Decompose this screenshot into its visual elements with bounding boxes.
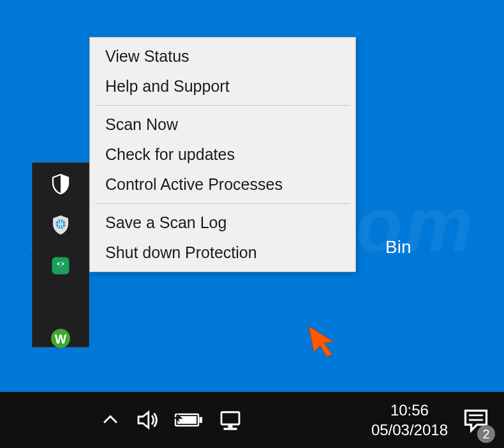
clock-date: 05/03/2018 [371,420,448,440]
clock-time: 10:56 [390,400,429,420]
battery-icon[interactable] [174,409,204,431]
menu-item-help-support[interactable]: Help and Support [93,71,353,101]
svg-rect-6 [200,417,203,423]
svg-point-2 [59,262,62,265]
menu-separator [95,105,350,106]
taskbar-clock[interactable]: 10:56 05/03/2018 [371,392,448,448]
svg-rect-8 [221,412,239,424]
green-circle-icon[interactable]: W [48,327,73,350]
context-menu: View Status Help and Support Scan Now Ch… [89,37,356,272]
shield-icon[interactable] [48,173,73,196]
menu-item-control-processes[interactable]: Control Active Processes [93,170,353,199]
action-center-button[interactable]: 2 [453,392,499,448]
volume-icon[interactable] [134,407,161,433]
menu-item-shut-down-protection[interactable]: Shut down Protection [93,238,353,268]
system-tray [100,392,244,448]
taskbar: 10:56 05/03/2018 2 [0,392,504,448]
recycle-bin-label: Bin [385,237,411,257]
svg-rect-10 [224,428,237,430]
menu-item-view-status[interactable]: View Status [93,41,353,71]
menu-item-check-updates[interactable]: Check for updates [93,140,353,170]
notification-count-badge: 2 [477,425,495,443]
globe-shield-icon[interactable] [48,213,73,236]
svg-text:W: W [55,332,67,346]
app-green-icon[interactable] [48,254,73,277]
menu-item-scan-now[interactable]: Scan Now [93,110,353,140]
system-tray-panel: W [32,163,89,347]
pointer-arrow-icon [305,322,339,357]
tray-overflow-icon[interactable] [100,409,121,431]
network-icon[interactable] [217,407,244,433]
svg-rect-9 [228,424,233,428]
menu-item-save-scan-log[interactable]: Save a Scan Log [93,208,353,238]
menu-separator [95,203,350,204]
